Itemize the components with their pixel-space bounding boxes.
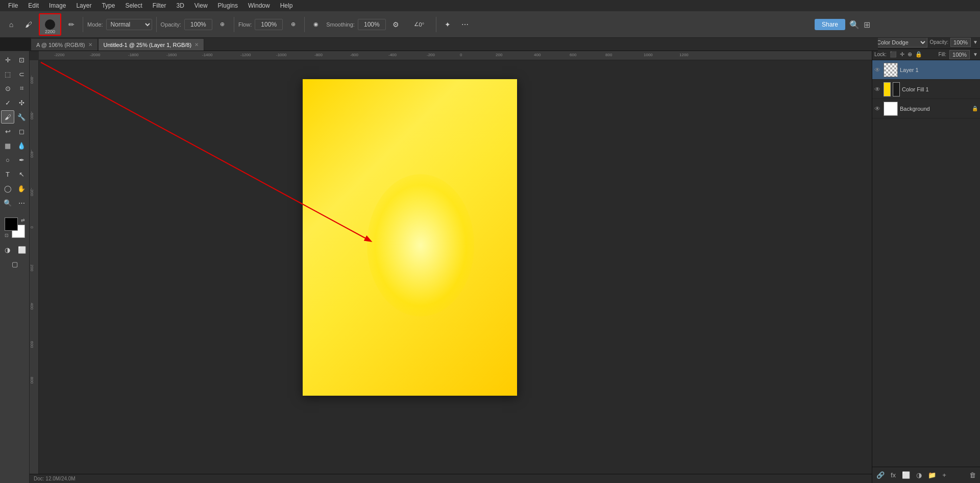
opacity-pressure-button[interactable]: ⊕ [215,17,230,32]
tab-1-close[interactable]: ✕ [194,42,199,47]
gradient-tool[interactable]: ▦ [1,139,14,152]
layer-1-name: Color Fill 1 [902,86,978,92]
brush-size-label: 2200 [45,29,55,34]
new-layer-button[interactable]: + [940,470,948,480]
ruler-top: -2200 -2000 -1800 -1600 -1400 -1200 -100… [39,51,872,60]
menu-type[interactable]: Type [97,1,119,10]
swap-colors-icon[interactable]: ⇄ [21,218,25,223]
eyedropper-tool[interactable]: ✓ [1,96,14,109]
menu-plugins[interactable]: Plugins [214,1,242,10]
angle-button[interactable]: ∠ 0° [406,17,432,32]
separator-1 [83,17,83,32]
menu-select[interactable]: Select [121,1,146,10]
color-swatch[interactable]: ⇄ ⊡ [5,218,25,238]
tool-group-brush: 🖌 🔧 [1,110,28,124]
status-bar: Doc: 12.0M/24.0M [30,474,872,483]
crop-tool[interactable]: ⌗ [15,82,28,95]
heal-tool[interactable]: ✣ [15,96,28,109]
layer-2-visibility[interactable]: 👁 [874,105,881,112]
menu-edit[interactable]: Edit [24,1,43,10]
menu-window[interactable]: Window [244,1,274,10]
tool-group-select: ⊙ ⌗ [1,82,28,95]
opacity-input[interactable] [184,19,212,30]
brush-tool-button[interactable]: 🖌 [21,17,36,32]
document-canvas[interactable] [303,79,517,396]
hand-tool[interactable]: ✋ [15,182,28,195]
object-select-tool[interactable]: ⊙ [1,82,14,95]
rect-marquee-tool[interactable]: ⬚ [1,67,14,81]
add-mask-button[interactable]: ⬜ [900,470,912,480]
new-group-button[interactable]: 📁 [926,470,938,480]
type-tool[interactable]: T [1,167,14,181]
pen-tool[interactable]: ✒ [15,153,28,166]
fill-label: Fill: [939,52,947,57]
opacity-arrow[interactable]: ▼ [973,39,978,45]
opacity-value[interactable] [950,38,971,47]
new-fill-button[interactable]: ◑ [914,470,924,480]
history-brush-tool[interactable]: ↩ [1,125,14,138]
layer-item-1[interactable]: 👁 Color Fill 1 [872,80,980,99]
menu-view[interactable]: View [190,1,212,10]
smoothing-input[interactable] [358,19,386,30]
extra-tools[interactable]: ⋯ [15,196,28,209]
layers-panel: 🔍 Kind ⬛ ◑ T ⬡ ⊟ Color Dodge Opacity: ▼ … [872,22,980,483]
lock-all-icon[interactable]: 🔒 [915,51,922,58]
tool-group-dodge: ○ ✒ [1,153,28,166]
canvas-area[interactable]: -2200 -2000 -1800 -1600 -1400 -1200 -100… [30,51,872,483]
menu-3d[interactable]: 3D [172,1,188,10]
quick-mask-button[interactable]: ◑ [1,243,14,256]
flow-input[interactable] [255,19,283,30]
fill-arrow[interactable]: ▼ [973,52,978,57]
brush-tool[interactable]: 🖌 [1,110,14,124]
layer-item-2[interactable]: 👁 Background 🔒 [872,99,980,118]
tab-1[interactable]: Untitled-1 @ 25% (Layer 1, RGB/8) ✕ [98,38,205,51]
foreground-color-swatch[interactable] [5,218,18,231]
layer-fx-button[interactable]: fx [889,470,898,480]
airbrush-button[interactable]: ◉ [309,17,323,32]
share-button[interactable]: Share [815,19,845,30]
path-select-tool[interactable]: ↖ [15,167,28,181]
menu-help[interactable]: Help [276,1,297,10]
flow-pressure-button[interactable]: ⊕ [286,17,300,32]
fill-value[interactable] [949,50,970,59]
move-tool[interactable]: ✛ [1,53,14,66]
frame-button[interactable]: ▢ [8,257,21,271]
symmetry-button[interactable]: ✦ [440,17,455,32]
dodge-tool[interactable]: ○ [1,153,14,166]
menu-image[interactable]: Image [45,1,70,10]
shape-tool[interactable]: ◯ [1,182,14,195]
layer-0-visibility[interactable]: 👁 [874,66,881,74]
flow-label: Flow: [238,21,252,28]
tab-0[interactable]: A @ 106% (RGB/8) ✕ [31,38,98,51]
default-colors-icon[interactable]: ⊡ [5,233,9,238]
menu-file[interactable]: File [4,1,22,10]
screen-mode-button[interactable]: ⬜ [15,243,29,256]
brush-preset-picker[interactable]: 2200 [39,13,61,36]
home-button[interactable]: ⌂ [4,17,18,32]
layer-item-0[interactable]: 👁 Layer 1 [872,60,980,80]
eraser-tool[interactable]: ◻ [15,125,28,138]
search-icon[interactable]: 🔍 [849,20,860,30]
lock-pixels-icon[interactable]: ⬛ [890,51,897,58]
tab-0-close[interactable]: ✕ [88,42,92,47]
erase-toggle-button[interactable]: ✏ [64,17,79,32]
layer-1-visibility[interactable]: 👁 [874,86,881,93]
menu-layer[interactable]: Layer [72,1,95,10]
artboard-tool[interactable]: ⊡ [15,53,28,66]
clone-stamp-tool[interactable]: 🔧 [15,110,28,124]
mode-select[interactable]: Normal [106,19,152,30]
lock-artboard-icon[interactable]: ⊕ [908,51,912,58]
blend-mode-select[interactable]: Color Dodge [874,37,927,47]
canvas-glow [367,174,474,317]
blur-tool[interactable]: 💧 [15,139,28,152]
delete-layer-button[interactable]: 🗑 [967,470,978,480]
arrange-icon[interactable]: ⊞ [864,20,870,30]
extra-button[interactable]: ⋯ [458,17,472,32]
lock-position-icon[interactable]: ✛ [900,51,904,58]
tool-group-history: ↩ ◻ [1,125,28,138]
zoom-tool[interactable]: 🔍 [1,196,14,209]
smoothing-settings-button[interactable]: ⚙ [389,17,403,32]
lasso-tool[interactable]: ⊂ [15,67,28,81]
menu-filter[interactable]: Filter [149,1,170,10]
link-layers-button[interactable]: 🔗 [874,470,887,480]
